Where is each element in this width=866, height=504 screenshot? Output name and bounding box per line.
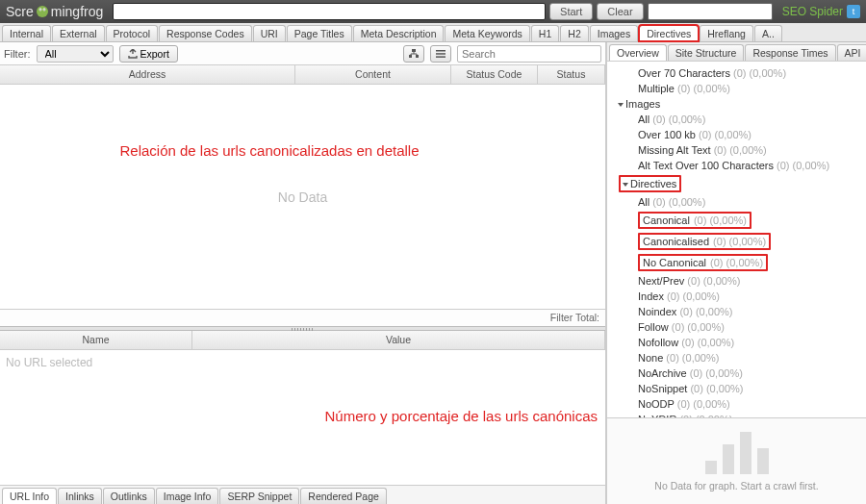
tree-view-button[interactable] <box>403 45 424 63</box>
arrow-1 <box>0 85 289 229</box>
tree-category-images[interactable]: Images <box>615 96 866 112</box>
tab-images[interactable]: Images <box>590 25 638 41</box>
tree-item-next-prev[interactable]: Next/Prev (0) (0,00%) <box>615 273 866 289</box>
tab-h1[interactable]: H1 <box>531 25 559 41</box>
tree-item-nosnippet[interactable]: NoSnippet (0) (0,00%) <box>615 381 866 396</box>
grid-header: Address Content Status Code Status <box>0 65 605 85</box>
bottom-tab-url-info[interactable]: URL Info <box>2 488 57 504</box>
tree-item-over-100-kb[interactable]: Over 100 kb (0) (0,00%) <box>615 127 866 142</box>
top-bar: Scre mingfrog Start Clear SEO Spider t <box>0 0 866 23</box>
bottom-tab-serp-snippet[interactable]: SERP Snippet <box>219 488 299 504</box>
col-status[interactable]: Status <box>538 65 605 84</box>
subgrid-header: Name Value <box>0 331 605 350</box>
annotation-1: Relación de las urls canonicalizadas en … <box>58 142 481 159</box>
project-input[interactable] <box>648 3 773 20</box>
svg-point-0 <box>37 6 48 17</box>
filter-select[interactable]: All <box>37 45 114 63</box>
list-icon <box>436 49 446 59</box>
svg-rect-5 <box>412 49 416 52</box>
svg-rect-8 <box>436 50 446 52</box>
tab-external[interactable]: External <box>52 25 105 41</box>
bottom-tabs: URL InfoInlinksOutlinksImage InfoSERP Sn… <box>0 485 605 504</box>
tab-a-[interactable]: A.. <box>754 25 782 41</box>
brand-post: mingfrog <box>51 4 103 19</box>
tree-icon <box>409 49 419 59</box>
tree-item-nofollow[interactable]: Nofollow (0) (0,00%) <box>615 335 866 350</box>
right-tab-site-structure[interactable]: Site Structure <box>668 44 745 61</box>
grid-search-input[interactable] <box>457 45 601 63</box>
no-url-label: No URL selected <box>0 350 605 375</box>
product-label: SEO Spider t <box>782 5 860 18</box>
tree-item-alt-text-over-100-characters[interactable]: Alt Text Over 100 Characters (0) (0,00%) <box>615 158 866 173</box>
right-tab-overview[interactable]: Overview <box>609 44 667 61</box>
svg-rect-7 <box>416 55 419 58</box>
svg-rect-6 <box>409 55 412 58</box>
brand-pre: Scre <box>6 4 34 19</box>
subcol-value[interactable]: Value <box>192 331 605 349</box>
right-tabs: OverviewSite StructureResponse TimesAPI <box>607 42 866 62</box>
filter-label: Filter: <box>4 48 31 60</box>
tree-item-none[interactable]: None (0) (0,00%) <box>615 350 866 365</box>
tab-hreflang[interactable]: Hreflang <box>700 25 753 41</box>
start-button[interactable]: Start <box>549 3 593 20</box>
filter-bar: Filter: All Export <box>0 42 605 65</box>
tree-category-directives[interactable]: Directives <box>615 173 866 194</box>
crawl-url-input[interactable] <box>113 3 546 20</box>
export-icon <box>128 49 138 59</box>
frog-icon <box>36 5 49 18</box>
tree-item-all[interactable]: All (0) (0,00%) <box>615 194 866 210</box>
right-tab-api[interactable]: API <box>837 44 866 61</box>
tab-protocol[interactable]: Protocol <box>106 25 159 41</box>
brand-logo: Scre mingfrog <box>6 4 103 19</box>
svg-rect-10 <box>436 56 446 58</box>
tree-item-index[interactable]: Index (0) (0,00%) <box>615 289 866 304</box>
annotation-2: Número y porcentaje de las urls canónica… <box>325 408 598 424</box>
export-button[interactable]: Export <box>119 45 178 63</box>
bar-chart-icon <box>705 432 769 474</box>
tree-item-noindex[interactable]: Noindex (0) (0,00%) <box>615 304 866 319</box>
col-status-code[interactable]: Status Code <box>451 65 538 84</box>
svg-point-3 <box>39 9 40 10</box>
bottom-tab-outlinks[interactable]: Outlinks <box>103 488 155 504</box>
svg-rect-9 <box>436 53 446 55</box>
overview-tree[interactable]: Over 70 Characters (0) (0,00%)Multiple (… <box>607 62 866 417</box>
list-view-button[interactable] <box>430 45 451 63</box>
bottom-tab-rendered-page[interactable]: Rendered Page <box>300 488 387 504</box>
tree-item-follow[interactable]: Follow (0) (0,00%) <box>615 319 866 335</box>
tab-directives[interactable]: Directives <box>639 25 699 41</box>
col-content[interactable]: Content <box>295 65 451 84</box>
no-data-label: No Data <box>278 189 327 205</box>
svg-point-4 <box>43 9 44 10</box>
subgrid-body: Número y porcentaje de las urls canónica… <box>0 350 605 485</box>
filter-total: Filter Total: <box>0 309 605 326</box>
tab-response-codes[interactable]: Response Codes <box>159 25 252 41</box>
tree-item-noodp[interactable]: NoODP (0) (0,00%) <box>615 396 866 412</box>
tree-item-all[interactable]: All (0) (0,00%) <box>615 112 866 127</box>
tree-item-noarchive[interactable]: NoArchive (0) (0,00%) <box>615 365 866 381</box>
horizontal-splitter[interactable] <box>0 326 605 331</box>
subcol-name[interactable]: Name <box>0 331 192 349</box>
graph-message: No Data for graph. Start a crawl first. <box>654 480 818 491</box>
col-address[interactable]: Address <box>0 65 295 84</box>
tree-item-canonicalised[interactable]: Canonicalised (0) (0,00%) <box>615 231 866 252</box>
tree-item-multiple[interactable]: Multiple (0) (0,00%) <box>615 81 866 96</box>
tree-item-missing-alt-text[interactable]: Missing Alt Text (0) (0,00%) <box>615 142 866 158</box>
tree-item-over-70-characters[interactable]: Over 70 Characters (0) (0,00%) <box>615 65 866 81</box>
bottom-tab-image-info[interactable]: Image Info <box>156 488 219 504</box>
bottom-tab-inlinks[interactable]: Inlinks <box>58 488 102 504</box>
grid-body: Relación de las urls canonicalizadas en … <box>0 85 605 309</box>
tab-h2[interactable]: H2 <box>560 25 588 41</box>
main-tabs: InternalExternalProtocolResponse CodesUR… <box>0 23 866 42</box>
tree-item-no-canonical[interactable]: No Canonical (0) (0,00%) <box>615 252 866 273</box>
tab-page-titles[interactable]: Page Titles <box>287 25 352 41</box>
graph-panel: No Data for graph. Start a crawl first. <box>607 417 866 504</box>
tab-meta-keywords[interactable]: Meta Keywords <box>445 25 529 41</box>
clear-button[interactable]: Clear <box>597 3 643 20</box>
tab-internal[interactable]: Internal <box>2 25 51 41</box>
tab-uri[interactable]: URI <box>253 25 286 41</box>
tab-meta-description[interactable]: Meta Description <box>353 25 445 41</box>
tree-item-canonical[interactable]: Canonical (0) (0,00%) <box>615 210 866 231</box>
twitter-icon[interactable]: t <box>847 5 860 18</box>
right-tab-response-times[interactable]: Response Times <box>745 44 835 61</box>
